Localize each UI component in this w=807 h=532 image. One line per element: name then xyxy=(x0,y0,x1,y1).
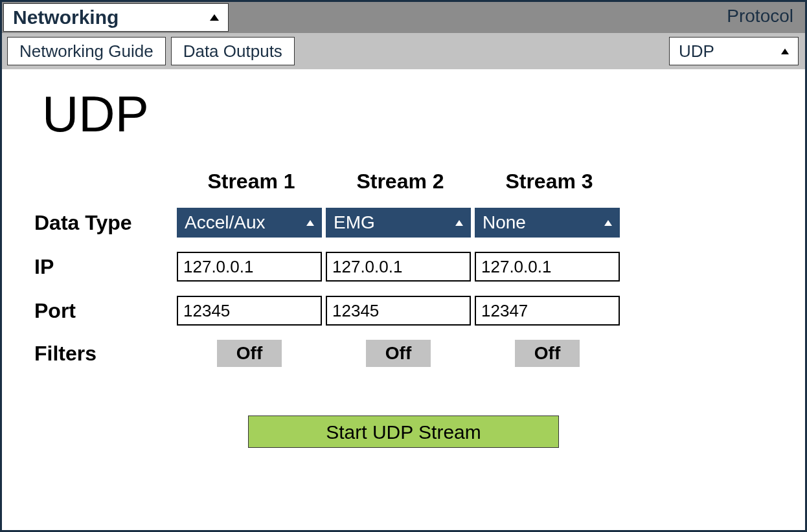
ip-label: IP xyxy=(34,255,177,279)
port-input-1[interactable] xyxy=(177,296,322,326)
sub-header-left: Networking Guide Data Outputs xyxy=(7,37,295,65)
filter-cell-3: Off xyxy=(475,340,620,367)
tab-label: Networking Guide xyxy=(19,41,153,61)
port-label: Port xyxy=(34,299,177,323)
chevron-up-icon xyxy=(604,220,612,226)
data-type-select-1[interactable]: Accel/Aux xyxy=(177,208,322,238)
protocol-select-value: UDP xyxy=(679,41,714,61)
data-type-value: Accel/Aux xyxy=(185,212,266,233)
sub-header: Networking Guide Data Outputs UDP xyxy=(2,33,805,69)
ip-input-2[interactable] xyxy=(326,252,471,282)
networking-guide-button[interactable]: Networking Guide xyxy=(7,37,166,65)
data-type-value: EMG xyxy=(334,212,375,233)
filter-toggle-3[interactable]: Off xyxy=(515,340,580,367)
start-button-wrap: Start UDP Stream xyxy=(34,416,773,448)
data-type-label: Data Type xyxy=(34,211,177,235)
filter-cell-2: Off xyxy=(326,340,471,367)
chevron-up-icon xyxy=(210,14,219,21)
port-input-3[interactable] xyxy=(475,296,620,326)
data-type-select-3[interactable]: None xyxy=(475,208,620,238)
main-area: UDP Stream 1 Stream 2 Stream 3 Data Type… xyxy=(2,69,805,448)
data-type-value: None xyxy=(483,212,526,233)
header-bar: Networking Protocol xyxy=(2,2,805,33)
stream-3-header: Stream 3 xyxy=(475,170,624,194)
stream-2-header: Stream 2 xyxy=(326,170,475,194)
config-grid: Stream 1 Stream 2 Stream 3 Data Type Acc… xyxy=(34,170,773,367)
start-udp-stream-button[interactable]: Start UDP Stream xyxy=(248,416,559,448)
port-input-2[interactable] xyxy=(326,296,471,326)
filter-toggle-2[interactable]: Off xyxy=(366,340,431,367)
protocol-label: Protocol xyxy=(727,6,793,27)
filter-cell-1: Off xyxy=(177,340,322,367)
filters-label: Filters xyxy=(34,342,177,366)
chevron-up-icon xyxy=(306,220,314,226)
ip-input-3[interactable] xyxy=(475,252,620,282)
data-type-select-2[interactable]: EMG xyxy=(326,208,471,238)
chevron-up-icon xyxy=(781,49,789,54)
page-title: UDP xyxy=(42,85,773,144)
networking-dropdown-label: Networking xyxy=(13,6,119,28)
data-outputs-button[interactable]: Data Outputs xyxy=(171,37,295,65)
filter-toggle-1[interactable]: Off xyxy=(217,340,282,367)
tab-label: Data Outputs xyxy=(183,41,282,61)
stream-1-header: Stream 1 xyxy=(177,170,326,194)
chevron-up-icon xyxy=(455,220,463,226)
protocol-select[interactable]: UDP xyxy=(669,37,799,65)
networking-dropdown[interactable]: Networking xyxy=(3,3,229,32)
ip-input-1[interactable] xyxy=(177,252,322,282)
